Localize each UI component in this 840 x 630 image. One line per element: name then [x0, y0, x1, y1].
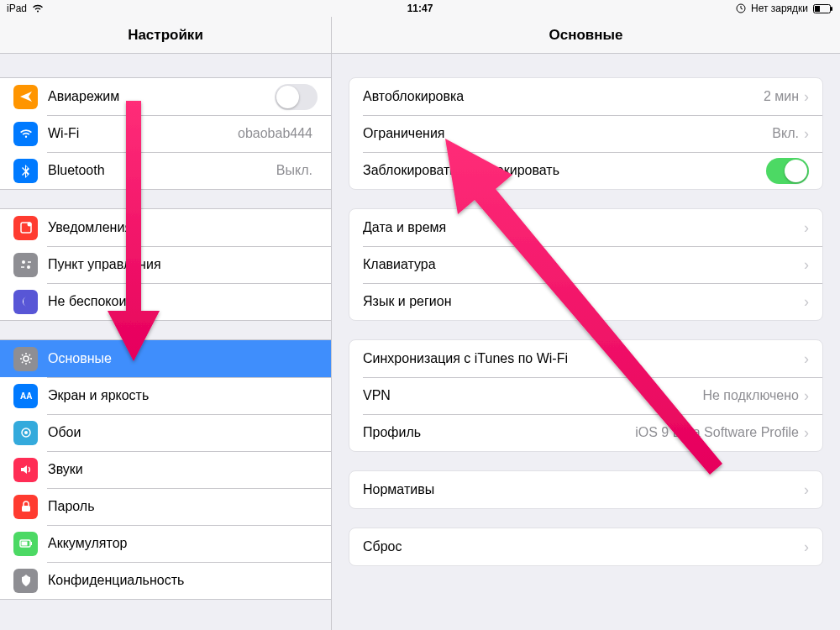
row-vpn[interactable]: VPN Не подключено › [349, 377, 822, 414]
wifi-icon [32, 4, 44, 13]
restrictions-value: Вкл. [772, 126, 799, 141]
sidebar-item-wifi[interactable]: Wi-Fi obaobab444 [0, 115, 331, 152]
svg-rect-14 [30, 542, 32, 545]
sidebar-group-alerts: Уведомления Пункт управления Не беспокои… [0, 208, 331, 321]
svg-point-6 [22, 260, 25, 264]
airplane-toggle[interactable] [275, 84, 318, 110]
datetime-label: Дата и время [363, 220, 804, 235]
wifi-settings-icon [13, 122, 38, 146]
control-center-label: Пункт управления [48, 257, 318, 272]
row-itunes-wifi-sync[interactable]: Синхронизация с iTunes по Wi-Fi › [349, 340, 822, 377]
status-bar: iPad 11:47 Нет зарядки [0, 0, 840, 17]
chevron-right-icon: › [804, 219, 809, 237]
wifi-label: Wi-Fi [48, 126, 238, 141]
svg-point-7 [27, 265, 30, 269]
sidebar-item-bluetooth[interactable]: Bluetooth Выкл. [0, 152, 331, 189]
chevron-right-icon: › [804, 125, 809, 143]
sidebar-item-general[interactable]: Основные [0, 340, 331, 377]
detail-group-reset: Сброс › [349, 528, 823, 566]
lockunlock-toggle[interactable] [766, 158, 809, 184]
general-icon [13, 347, 38, 371]
chevron-right-icon: › [804, 293, 809, 311]
detail-group-regulatory: Нормативы › [349, 470, 823, 509]
chevron-right-icon: › [804, 88, 809, 106]
profile-value: iOS 9 Beta Software Profile [635, 425, 799, 440]
row-reset[interactable]: Сброс › [349, 528, 822, 565]
sidebar-item-battery[interactable]: Аккумулятор [0, 525, 331, 562]
sidebar-item-wallpaper[interactable]: Обои [0, 414, 331, 451]
sidebar-item-control-center[interactable]: Пункт управления [0, 246, 331, 283]
bluetooth-value: Выкл. [276, 163, 312, 178]
chevron-right-icon: › [804, 256, 809, 274]
chevron-right-icon: › [804, 387, 809, 405]
sidebar-item-privacy[interactable]: Конфиденциальность [0, 562, 331, 599]
airplane-icon [13, 85, 38, 109]
detail-group-sync: Синхронизация с iTunes по Wi-Fi › VPN Не… [349, 339, 823, 452]
wallpaper-icon [13, 421, 38, 445]
sidebar-item-passcode[interactable]: Пароль [0, 488, 331, 525]
battery-label: Аккумулятор [48, 536, 318, 551]
control-center-icon [13, 253, 38, 277]
row-restrictions[interactable]: Ограничения Вкл. › [349, 115, 822, 152]
detail-group-locale: Дата и время › Клавиатура › Язык и регио… [349, 208, 823, 321]
reset-label: Сброс [363, 539, 804, 554]
svg-point-8 [24, 356, 29, 361]
chevron-right-icon: › [804, 350, 809, 368]
general-label: Основные [48, 351, 318, 366]
chevron-right-icon: › [804, 538, 809, 556]
battery-settings-icon [13, 532, 38, 556]
row-language-region[interactable]: Язык и регион › [349, 283, 822, 320]
svg-rect-2 [831, 7, 832, 11]
svg-text:AA: AA [20, 391, 32, 401]
vpn-value: Не подключено [702, 388, 799, 403]
sidebar-item-notifications[interactable]: Уведомления [0, 209, 331, 246]
autolock-value: 2 мин [764, 89, 799, 104]
sounds-label: Звуки [48, 462, 318, 477]
passcode-label: Пароль [48, 499, 318, 514]
row-profile[interactable]: Профиль iOS 9 Beta Software Profile › [349, 414, 822, 451]
wallpaper-label: Обои [48, 425, 318, 440]
profile-label: Профиль [363, 425, 635, 440]
device-name: iPad [7, 3, 27, 14]
status-time: 11:47 [0, 3, 840, 14]
sidebar-item-airplane[interactable]: Авиарежим [0, 78, 331, 115]
privacy-icon [13, 569, 38, 593]
sidebar-title: Настройки [0, 17, 331, 54]
airplane-label: Авиарежим [48, 89, 275, 104]
sidebar-item-sounds[interactable]: Звуки [0, 451, 331, 488]
row-autolock[interactable]: Автоблокировка 2 мин › [349, 78, 822, 115]
detail-group-lock: Автоблокировка 2 мин › Ограничения Вкл. … [349, 77, 823, 190]
vpn-label: VPN [363, 388, 702, 403]
sidebar-group-general: Основные AA Экран и яркость Обои Звуки П… [0, 339, 331, 600]
notifications-label: Уведомления [48, 220, 318, 235]
language-label: Язык и регион [363, 294, 804, 309]
rotation-lock-icon [736, 3, 746, 13]
row-lock-unlock[interactable]: Заблокировать/разблокировать [349, 152, 822, 189]
dnd-icon [13, 290, 38, 314]
row-regulatory[interactable]: Нормативы › [349, 471, 822, 508]
detail-title: Основные [332, 17, 840, 54]
svg-rect-3 [815, 6, 820, 12]
notifications-icon [13, 216, 38, 240]
svg-rect-15 [21, 542, 27, 546]
itunes-sync-label: Синхронизация с iTunes по Wi-Fi [363, 351, 804, 366]
sidebar-item-display[interactable]: AA Экран и яркость [0, 377, 331, 414]
row-datetime[interactable]: Дата и время › [349, 209, 822, 246]
sidebar-item-dnd[interactable]: Не беспокоить [0, 283, 331, 320]
restrictions-label: Ограничения [363, 126, 772, 141]
display-label: Экран и яркость [48, 388, 318, 403]
chevron-right-icon: › [804, 481, 809, 499]
wifi-value: obaobab444 [238, 126, 312, 141]
autolock-label: Автоблокировка [363, 89, 764, 104]
bluetooth-label: Bluetooth [48, 163, 276, 178]
passcode-icon [13, 495, 38, 519]
privacy-label: Конфиденциальность [48, 573, 318, 588]
sidebar-group-connectivity: Авиарежим Wi-Fi obaobab444 Bluetooth Вык… [0, 77, 331, 190]
lockunlock-label: Заблокировать/разблокировать [363, 163, 766, 178]
detail-pane: Основные Автоблокировка 2 мин › Ограниче… [332, 17, 840, 630]
sounds-icon [13, 458, 38, 482]
display-icon: AA [13, 384, 38, 408]
charge-status: Нет зарядки [751, 3, 808, 14]
row-keyboard[interactable]: Клавиатура › [349, 246, 822, 283]
keyboard-label: Клавиатура [363, 257, 804, 272]
